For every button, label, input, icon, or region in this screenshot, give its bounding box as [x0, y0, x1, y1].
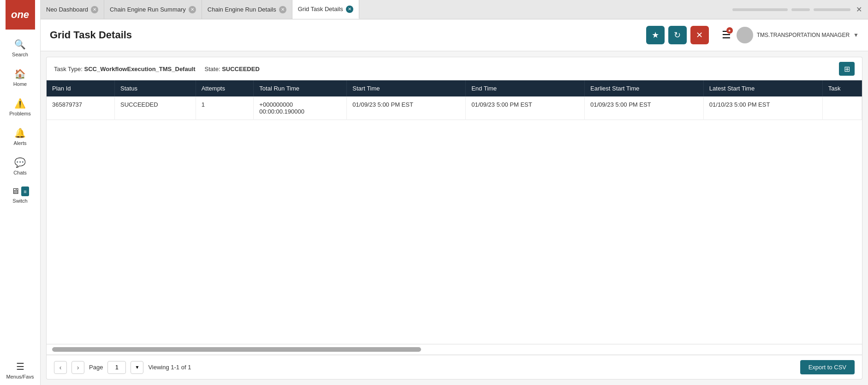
content-area: Task Type: SCC_WorkflowExecution_TMS_Def…	[41, 51, 868, 385]
user-area[interactable]: TMS.TRANSPORTATION MANAGER ▼	[737, 27, 859, 43]
sidebar-item-label: Alerts	[13, 140, 26, 146]
chat-icon: 💬	[14, 157, 26, 168]
filter-button[interactable]: ⊞	[839, 62, 855, 76]
sidebar-item-alerts[interactable]: 🔔 Alerts	[0, 122, 40, 151]
sidebar: one 🔍 Search 🏠 Home ⚠️ Problems 🔔 Alerts…	[0, 0, 41, 385]
sidebar-item-label: Problems	[9, 111, 30, 116]
cell-task	[822, 96, 862, 120]
col-header-task: Task	[822, 80, 862, 96]
horizontal-scrollbar-area	[46, 344, 862, 355]
sidebar-item-home[interactable]: 🏠 Home	[0, 63, 40, 92]
tab-bar: Neo Dashboard ✕ Chain Engine Run Summary…	[41, 0, 868, 19]
home-icon: 🏠	[14, 68, 26, 79]
col-header-plan-id: Plan Id	[47, 80, 115, 96]
tab-extra-area: ✕	[728, 0, 868, 19]
user-info: TMS.TRANSPORTATION MANAGER	[757, 32, 850, 38]
star-icon: ★	[652, 30, 659, 40]
tab-chain-engine-run-details[interactable]: Chain Engine Run Details ✕	[202, 0, 292, 19]
total-run-time-line1: +000000000	[259, 101, 293, 108]
close-icon: ✕	[696, 30, 703, 40]
user-name: TMS.TRANSPORTATION MANAGER	[757, 32, 850, 38]
warning-icon: ⚠️	[14, 98, 26, 109]
task-info-bar: Task Type: SCC_WorkflowExecution_TMS_Def…	[46, 57, 862, 80]
total-run-time-line2: 00:00:00.190000	[259, 108, 304, 115]
sidebar-item-switch[interactable]: 🖥 ≡ Switch	[0, 181, 40, 209]
refresh-button[interactable]: ↻	[668, 26, 687, 44]
cell-plan-id: 365879737	[47, 96, 115, 120]
table-header-row: Plan Id Status Attempts Total Run Time S…	[47, 80, 862, 96]
switch-badge-icon: ≡	[21, 186, 29, 196]
task-state-label: State: SUCCEEDED	[205, 66, 260, 72]
col-header-earliest-start-time: Earliest Start Time	[585, 80, 704, 96]
sidebar-item-label: Menus/Favs	[6, 374, 34, 379]
export-csv-button[interactable]: Export to CSV	[800, 360, 855, 374]
tab-extra-bar-2	[791, 8, 810, 11]
sidebar-item-label: Search	[12, 52, 28, 57]
sidebar-item-problems[interactable]: ⚠️ Problems	[0, 92, 40, 122]
data-table: Plan Id Status Attempts Total Run Time S…	[47, 80, 862, 120]
tab-extra-bar-1	[732, 8, 788, 11]
user-avatar	[737, 27, 753, 43]
col-header-start-time: Start Time	[347, 80, 466, 96]
col-header-latest-start-time: Latest Start Time	[703, 80, 822, 96]
close-tab-grid-task-details[interactable]: ✕	[346, 6, 353, 13]
refresh-icon: ↻	[674, 30, 681, 40]
pagination-bar: ‹ › Page ▼ Viewing 1-1 of 1 Export to CS…	[46, 355, 862, 379]
task-info-right: ⊞	[839, 62, 855, 76]
tab-label: Chain Engine Run Details	[208, 6, 276, 13]
cell-status: SUCCEEDED	[115, 96, 196, 120]
close-tab-neo-dashboard[interactable]: ✕	[91, 6, 98, 13]
col-header-end-time: End Time	[466, 80, 585, 96]
cell-attempts: 1	[196, 96, 254, 120]
close-tab-chain-engine-run-summary[interactable]: ✕	[189, 6, 196, 13]
tab-extra-bar-3	[814, 8, 850, 11]
tab-neo-dashboard[interactable]: Neo Dashboard ✕	[41, 0, 104, 19]
close-tab-chain-engine-run-details[interactable]: ✕	[279, 6, 286, 13]
cell-start-time: 01/09/23 5:00 PM EST	[347, 96, 466, 120]
monitor-icon: 🖥	[11, 186, 19, 196]
sidebar-item-label: Chats	[13, 170, 27, 175]
main-content: Neo Dashboard ✕ Chain Engine Run Summary…	[41, 0, 868, 385]
favorite-button[interactable]: ★	[646, 26, 665, 44]
filter-icon: ⊞	[844, 65, 850, 73]
col-header-total-run-time: Total Run Time	[254, 80, 347, 96]
sidebar-item-menus-favs[interactable]: ☰ Menus/Favs	[0, 355, 40, 385]
menu-icon: ☰	[16, 361, 24, 372]
task-type-label: Task Type: SCC_WorkflowExecution_TMS_Def…	[54, 66, 196, 72]
task-state-value: SUCCEEDED	[222, 66, 260, 72]
sidebar-item-label: Switch	[12, 198, 27, 204]
bell-icon: 🔔	[14, 127, 26, 138]
header-right: ☰ ★ TMS.TRANSPORTATION MANAGER ▼	[722, 27, 859, 43]
app-logo[interactable]: one	[6, 0, 35, 30]
sidebar-item-label: Home	[13, 81, 27, 87]
notification-badge: ★	[726, 27, 733, 34]
sidebar-item-chats[interactable]: 💬 Chats	[0, 151, 40, 181]
page-title: Grid Task Details	[50, 29, 132, 41]
notifications-button[interactable]: ☰ ★	[722, 29, 731, 41]
horizontal-scrollbar-thumb[interactable]	[52, 347, 421, 352]
tab-chain-engine-run-summary[interactable]: Chain Engine Run Summary ✕	[104, 0, 202, 19]
prev-page-button[interactable]: ‹	[54, 361, 67, 374]
close-window-button[interactable]: ✕	[854, 5, 863, 14]
sidebar-item-search[interactable]: 🔍 Search	[0, 33, 40, 63]
search-icon: 🔍	[14, 39, 26, 50]
page-label: Page	[89, 364, 103, 371]
cell-latest-start-time: 01/10/23 5:00 PM EST	[703, 96, 822, 120]
tab-label: Chain Engine Run Summary	[110, 6, 186, 13]
header-actions: ★ ↻ ✕ ☰ ★ TMS.TRANSPORTATION MANAGER ▼	[646, 26, 859, 44]
close-page-button[interactable]: ✕	[690, 26, 709, 44]
logo-text: one	[11, 9, 29, 21]
cell-total-run-time: +000000000 00:00:00.190000	[254, 96, 347, 120]
next-page-button[interactable]: ›	[71, 361, 84, 374]
page-dropdown-button[interactable]: ▼	[131, 361, 143, 374]
tab-grid-task-details[interactable]: Grid Task Details ✕	[292, 0, 359, 19]
task-type-value: SCC_WorkflowExecution_TMS_Default	[84, 66, 196, 72]
table-row[interactable]: 365879737 SUCCEEDED 1 +000000000 00:00:0…	[47, 96, 862, 120]
viewing-count: Viewing 1-1 of 1	[148, 364, 191, 371]
horizontal-scrollbar-track[interactable]	[52, 347, 421, 352]
data-table-wrapper: Plan Id Status Attempts Total Run Time S…	[46, 80, 862, 344]
col-header-attempts: Attempts	[196, 80, 254, 96]
cell-earliest-start-time: 01/09/23 5:00 PM EST	[585, 96, 704, 120]
page-input[interactable]	[107, 361, 126, 374]
dropdown-arrow-icon: ▼	[853, 32, 859, 38]
